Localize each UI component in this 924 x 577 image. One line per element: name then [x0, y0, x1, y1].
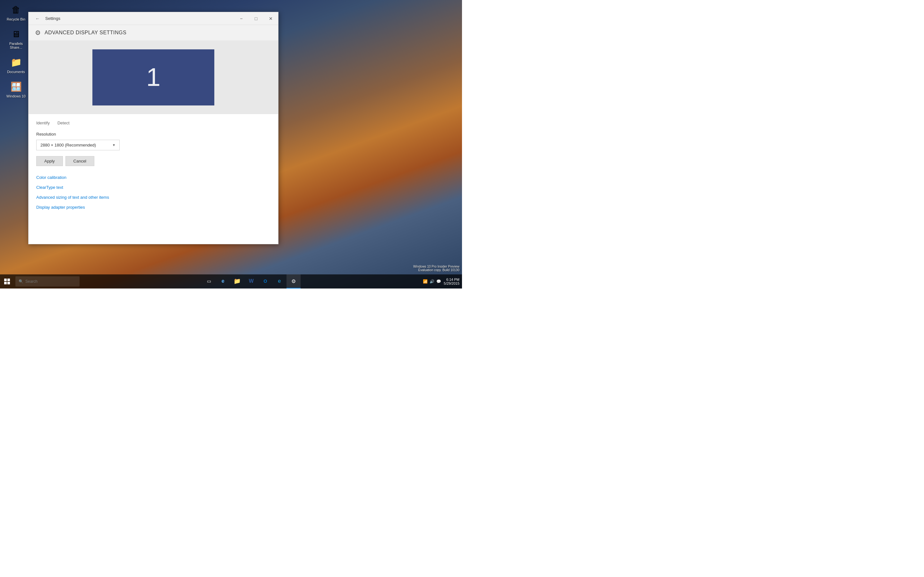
documents-label: Documents [7, 70, 25, 74]
outlook-button[interactable]: O [258, 274, 272, 288]
resolution-dropdown[interactable]: 2880 × 1800 (Recommended) ▼ [36, 140, 120, 150]
title-bar-left: ← Settings [32, 13, 60, 24]
settings-icon: ⚙ [35, 29, 41, 37]
system-icons: 📶 🔊 💬 [423, 279, 441, 284]
display-adapter-link[interactable]: Display adapter properties [36, 205, 270, 210]
content-area: 1 Identify Detect Resolution 2880 × 1800… [29, 40, 278, 244]
color-calibration-link[interactable]: Color calibration [36, 175, 270, 180]
monitor-preview: 1 [29, 40, 278, 114]
edge-button[interactable]: e [216, 274, 230, 288]
settings-window: ← Settings − □ ✕ ⚙ ADVANCED DISPLAY SETT… [28, 12, 278, 244]
minimize-button[interactable]: − [234, 12, 249, 25]
maximize-button[interactable]: □ [249, 12, 263, 25]
window-controls: − □ ✕ [234, 12, 278, 25]
desktop-icon-parallels[interactable]: 🖥 Parallels Share... [3, 27, 29, 49]
identify-link[interactable]: Identify [36, 121, 50, 125]
taskbar-right: 📶 🔊 💬 6:14 PM 5/29/2015 [423, 277, 462, 285]
recycle-bin-label: Recycle Bin [7, 17, 25, 21]
resolution-label: Resolution [36, 132, 270, 137]
desktop-icons: 🗑 Recycle Bin 🖥 Parallels Share... 📁 Doc… [3, 3, 29, 98]
documents-icon: 📁 [10, 56, 23, 69]
desktop-icon-recycle-bin[interactable]: 🗑 Recycle Bin [3, 3, 29, 21]
apply-button[interactable]: Apply [36, 156, 63, 166]
monitor-number: 1 [146, 63, 161, 92]
search-icon: 🔍 [19, 279, 23, 284]
ie-button[interactable]: e [272, 274, 286, 288]
parallels-label: Parallels Share... [3, 42, 29, 49]
watermark: Windows 10 Pro Insider Preview Evaluatio… [413, 265, 459, 272]
parallels-icon: 🖥 [10, 27, 23, 40]
page-title: ADVANCED DISPLAY SETTINGS [45, 30, 126, 35]
advanced-sizing-link[interactable]: Advanced sizing of text and other items [36, 195, 270, 200]
close-button[interactable]: ✕ [263, 12, 278, 25]
volume-icon: 🔊 [430, 279, 435, 284]
svg-rect-3 [7, 282, 10, 284]
desktop-icon-windows10[interactable]: 🪟 Windows 10 [3, 80, 29, 98]
back-button[interactable]: ← [32, 13, 43, 24]
page-header: ⚙ ADVANCED DISPLAY SETTINGS [29, 25, 278, 40]
resolution-value: 2880 × 1800 (Recommended) [40, 143, 96, 147]
taskbar: 🔍 ▭ e 📁 W O e ⚙ 📶 🔊 💬 6:14 PM 5/29/2015 [0, 274, 462, 288]
windows10-label: Windows 10 [6, 94, 26, 98]
recycle-bin-icon: 🗑 [10, 3, 23, 16]
taskbar-left: 🔍 [0, 274, 79, 288]
content-body: Identify Detect Resolution 2880 × 1800 (… [29, 114, 278, 221]
chevron-down-icon: ▼ [112, 143, 115, 147]
action-links: Identify Detect [36, 121, 270, 125]
clock: 6:14 PM 5/29/2015 [444, 277, 459, 285]
network-icon: 📶 [423, 279, 428, 284]
cleartype-text-link[interactable]: ClearType text [36, 185, 270, 190]
clock-date: 5/29/2015 [444, 282, 459, 285]
cancel-button[interactable]: Cancel [65, 156, 94, 166]
file-explorer-button[interactable]: 📁 [230, 274, 244, 288]
monitor-display: 1 [92, 49, 214, 105]
taskbar-apps: ▭ e 📁 W O e ⚙ [202, 274, 300, 288]
settings-taskbar-button[interactable]: ⚙ [286, 274, 300, 288]
taskview-button[interactable]: ▭ [202, 274, 216, 288]
title-bar: ← Settings − □ ✕ [29, 12, 278, 25]
detect-link[interactable]: Detect [57, 121, 69, 125]
svg-rect-2 [4, 282, 7, 284]
clock-time: 6:14 PM [444, 277, 459, 282]
word-button[interactable]: W [244, 274, 258, 288]
desktop-icon-documents[interactable]: 📁 Documents [3, 56, 29, 74]
windows10-icon: 🪟 [10, 80, 23, 93]
search-input[interactable] [25, 279, 76, 284]
button-row: Apply Cancel [36, 156, 270, 166]
svg-rect-1 [7, 279, 10, 281]
action-center-icon: 💬 [436, 279, 441, 284]
window-title: Settings [45, 16, 60, 21]
svg-rect-0 [4, 279, 7, 281]
taskbar-search[interactable]: 🔍 [15, 276, 79, 287]
start-button[interactable] [0, 274, 14, 288]
